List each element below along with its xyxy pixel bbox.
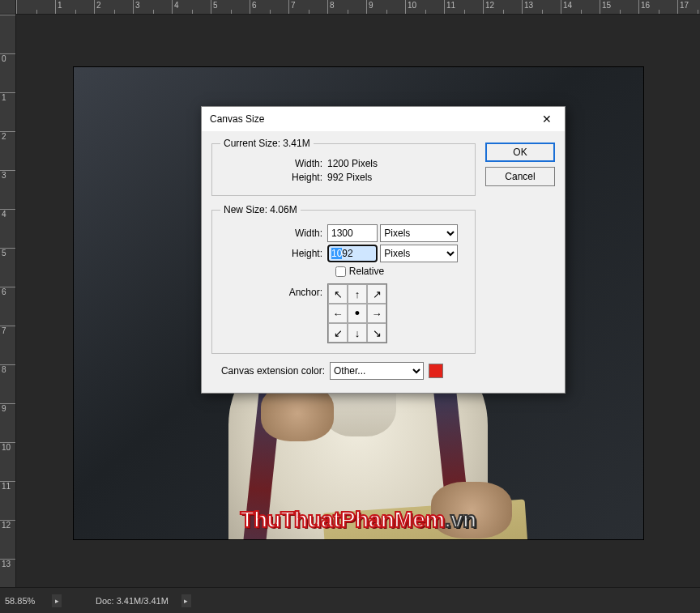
new-height-unit-select[interactable]: Pixels: [380, 245, 458, 262]
anchor-label: Anchor:: [220, 283, 327, 298]
new-size-legend: New Size: 4.06M: [220, 204, 301, 215]
ruler-v-tick: 7: [0, 326, 15, 364]
ruler-v-tick: 8: [0, 364, 15, 403]
ruler-h-tick: 7: [288, 0, 327, 14]
new-size-group: New Size: 4.06M Width: Pixels Height:: [211, 204, 476, 354]
ruler-v-tick: 11: [0, 481, 15, 520]
anchor-n[interactable]: ↑: [348, 284, 367, 304]
ruler-v-tick: [0, 15, 15, 53]
ruler-h-tick: 1: [55, 0, 94, 14]
new-width-unit-select[interactable]: Pixels: [380, 224, 458, 242]
new-width-input[interactable]: [327, 224, 378, 242]
ruler-h-tick: 3: [133, 0, 172, 14]
ok-button[interactable]: OK: [485, 143, 555, 162]
ruler-h-tick: 14: [561, 0, 600, 14]
status-bar: 58.85% ▸ Doc: 3.41M/3.41M ▸: [0, 587, 700, 613]
ruler-h-tick: 6: [250, 0, 288, 14]
ruler-v-tick: 1: [0, 92, 15, 131]
ruler-v-tick: 2: [0, 131, 15, 170]
canvas-size-dialog: Canvas Size ✕ Current Size: 3.41M Width:…: [201, 106, 566, 394]
anchor-ne[interactable]: ↗: [367, 284, 386, 304]
ruler-h-tick: 8: [327, 0, 366, 14]
dialog-titlebar[interactable]: Canvas Size ✕: [202, 107, 565, 131]
current-size-group: Current Size: 3.41M Width: 1200 Pixels H…: [211, 138, 476, 196]
anchor-grid: ↖ ↑ ↗ ← • → ↙ ↓ ↘: [327, 283, 387, 343]
ruler-v-tick: 5: [0, 248, 15, 287]
anchor-nw[interactable]: ↖: [328, 284, 348, 304]
ruler-h-tick: 9: [366, 0, 405, 14]
anchor-sw[interactable]: ↙: [328, 323, 348, 343]
ruler-h-tick: 11: [444, 0, 483, 14]
ruler-h-tick: 12: [483, 0, 522, 14]
workspace: 1234567891011121314151617 01234567891011…: [0, 0, 700, 587]
ruler-h-tick: 15: [600, 0, 638, 14]
ruler-v-tick: 4: [0, 209, 15, 248]
current-size-legend: Current Size: 3.41M: [220, 138, 314, 149]
ruler-horizontal[interactable]: 1234567891011121314151617: [16, 0, 700, 15]
ruler-h-tick: 4: [172, 0, 211, 14]
ruler-v-tick: 10: [0, 442, 15, 481]
extension-color-select[interactable]: Other...: [330, 362, 424, 380]
cancel-button[interactable]: Cancel: [485, 167, 555, 186]
ruler-vertical[interactable]: 01234567891011121314: [0, 15, 16, 587]
ruler-h-tick: 5: [211, 0, 250, 14]
zoom-value[interactable]: 58.85%: [5, 596, 44, 606]
ruler-h-tick: 10: [405, 0, 444, 14]
new-height-input[interactable]: [327, 245, 378, 262]
ruler-v-tick: 0: [0, 53, 15, 92]
dialog-title-text: Canvas Size: [210, 113, 264, 125]
ruler-h-tick: 13: [522, 0, 561, 14]
ruler-corner: [0, 0, 16, 15]
extension-color-swatch[interactable]: [429, 364, 443, 378]
ruler-v-tick: 9: [0, 403, 15, 442]
anchor-e[interactable]: →: [367, 304, 386, 323]
doc-size-info: Doc: 3.41M/3.41M: [96, 596, 169, 606]
relative-label: Relative: [349, 266, 384, 277]
ruler-v-tick: 13: [0, 559, 15, 587]
watermark-red: ThuThuatPhanMem: [240, 507, 444, 532]
ruler-h-tick: 2: [94, 0, 133, 14]
ruler-v-tick: 6: [0, 287, 15, 326]
ruler-h-tick: [16, 0, 55, 14]
ruler-v-tick: 12: [0, 520, 15, 559]
new-width-label: Width:: [220, 228, 327, 239]
ruler-h-tick: 16: [638, 0, 677, 14]
watermark-text: ThuThuatPhanMem.vn: [74, 507, 643, 533]
current-height-value: 992 Pixels: [327, 172, 372, 183]
close-icon[interactable]: ✕: [536, 110, 558, 128]
doc-info-stepper-icon[interactable]: ▸: [181, 594, 191, 607]
new-height-label: Height:: [220, 248, 327, 259]
extension-color-label: Canvas extension color:: [211, 365, 325, 377]
zoom-stepper-icon[interactable]: ▸: [52, 594, 62, 607]
current-width-label: Width:: [220, 158, 327, 169]
anchor-s[interactable]: ↓: [348, 323, 367, 343]
ruler-h-tick: 17: [677, 0, 700, 14]
relative-checkbox[interactable]: [335, 266, 346, 277]
anchor-center[interactable]: •: [348, 304, 367, 323]
ruler-v-tick: 3: [0, 170, 15, 209]
watermark-gray: .vn: [445, 507, 476, 532]
current-height-label: Height:: [220, 172, 327, 183]
current-width-value: 1200 Pixels: [327, 158, 378, 169]
anchor-se[interactable]: ↘: [367, 323, 386, 343]
anchor-w[interactable]: ←: [328, 304, 348, 323]
